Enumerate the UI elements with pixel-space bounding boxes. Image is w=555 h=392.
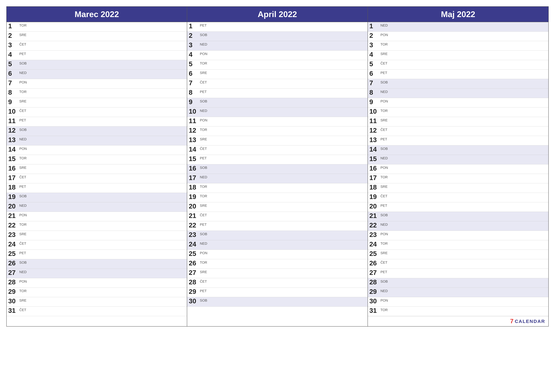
day-row: 20NED	[7, 202, 187, 212]
day-number: 27	[8, 269, 19, 276]
day-row: 4SRE	[368, 50, 548, 60]
day-name: ČET	[19, 174, 26, 179]
day-name: ČET	[380, 260, 387, 265]
day-name: TOR	[380, 174, 388, 179]
day-name: PON	[380, 165, 388, 170]
day-row: 3ČET	[7, 41, 187, 50]
day-number: 30	[369, 298, 380, 304]
day-name: PET	[200, 23, 207, 28]
day-row: 24NED	[187, 240, 367, 250]
day-row: 16SOB	[187, 164, 367, 174]
day-row: 16PON	[368, 164, 548, 174]
day-row: 21PON	[7, 212, 187, 221]
day-number: 19	[8, 193, 19, 200]
logo-text: CALENDAR	[515, 319, 545, 324]
day-name: NED	[380, 222, 388, 227]
day-number: 7	[8, 80, 19, 86]
day-name: SRE	[200, 70, 207, 75]
day-number: 28	[189, 279, 200, 285]
day-name: TOR	[200, 127, 207, 132]
day-number: 8	[189, 89, 200, 96]
day-name: PON	[19, 146, 27, 151]
day-number: 25	[369, 250, 380, 257]
day-name: ČET	[200, 80, 207, 84]
day-name: SRE	[19, 298, 26, 303]
day-row: 29PET	[187, 288, 367, 297]
day-row: 30SRE	[7, 297, 187, 307]
day-row: 18SRE	[368, 183, 548, 193]
day-name: PON	[380, 32, 388, 37]
day-row: 7PON	[7, 79, 187, 88]
day-number: 24	[369, 241, 380, 248]
day-number: 24	[189, 241, 200, 248]
day-number: 11	[189, 118, 200, 124]
day-name: PET	[380, 203, 387, 208]
day-number: 17	[189, 174, 200, 181]
day-row: 28PON	[7, 278, 187, 288]
day-row: 11SRE	[368, 117, 548, 127]
day-row: 1TOR	[7, 22, 187, 32]
day-name: PON	[380, 298, 388, 303]
day-name: TOR	[200, 260, 207, 265]
day-row: 11PON	[187, 117, 367, 127]
day-row: 15TOR	[7, 155, 187, 164]
day-number: 13	[369, 136, 380, 143]
day-number: 3	[369, 42, 380, 48]
day-row: 4PET	[7, 50, 187, 60]
day-number: 9	[369, 99, 380, 105]
day-number: 26	[189, 260, 200, 266]
day-row: 17ČET	[7, 174, 187, 183]
day-row: 14ČET	[187, 145, 367, 155]
day-number: 12	[189, 127, 200, 134]
day-number: 13	[8, 136, 19, 143]
day-name: TOR	[200, 193, 207, 198]
day-name: PET	[380, 70, 387, 75]
day-number: 3	[8, 42, 19, 48]
day-name: SOB	[200, 298, 207, 303]
logo-seven: 7	[510, 318, 514, 325]
day-name: NED	[19, 70, 27, 75]
day-number: 5	[369, 61, 380, 67]
day-row: 9PON	[368, 98, 548, 107]
day-number: 12	[369, 127, 380, 134]
day-name: TOR	[19, 156, 27, 160]
day-name: SOB	[380, 80, 388, 84]
day-row: 11PET	[7, 117, 187, 127]
day-name: PET	[19, 184, 26, 189]
day-name: SRE	[200, 136, 207, 141]
day-name: SOB	[19, 61, 27, 65]
day-name: PET	[19, 250, 26, 255]
day-name: PET	[19, 118, 26, 122]
day-row: 21ČET	[187, 212, 367, 221]
day-number: 31	[8, 307, 19, 314]
day-name: PET	[200, 156, 207, 160]
day-number: 15	[8, 156, 19, 162]
day-name: SRE	[380, 51, 388, 56]
day-name: SRE	[19, 231, 26, 236]
day-number: 15	[189, 156, 200, 162]
day-number: 29	[8, 288, 19, 295]
day-number: 6	[369, 70, 380, 77]
month-col-maj-2022: Maj 20221NED2PON3TOR4SRE5ČET6PET7SOB8NED…	[368, 7, 548, 326]
month-col-april-2022: April 20221PET2SOB3NED4PON5TOR6SRE7ČET8P…	[187, 7, 368, 326]
day-number: 10	[369, 108, 380, 115]
day-row: 2PON	[368, 32, 548, 41]
day-name: ČET	[380, 61, 387, 65]
day-name: PET	[200, 288, 207, 293]
day-row: 7SOB	[368, 79, 548, 88]
day-number: 7	[369, 80, 380, 86]
day-number: 10	[8, 108, 19, 115]
day-number: 23	[8, 231, 19, 238]
day-row: 22TOR	[7, 221, 187, 231]
day-row: 20SRE	[187, 202, 367, 212]
day-name: PET	[380, 136, 387, 141]
day-name: SRE	[19, 99, 26, 103]
day-row: 30SOB	[187, 297, 367, 307]
day-name: PON	[380, 231, 388, 236]
month-col-marec-2022: Marec 20221TOR2SRE3ČET4PET5SOB6NED7PON8T…	[7, 7, 187, 326]
day-number: 19	[189, 193, 200, 200]
day-number: 14	[8, 146, 19, 153]
day-name: TOR	[200, 61, 207, 65]
day-row: 10NED	[187, 107, 367, 117]
day-number: 25	[189, 250, 200, 257]
